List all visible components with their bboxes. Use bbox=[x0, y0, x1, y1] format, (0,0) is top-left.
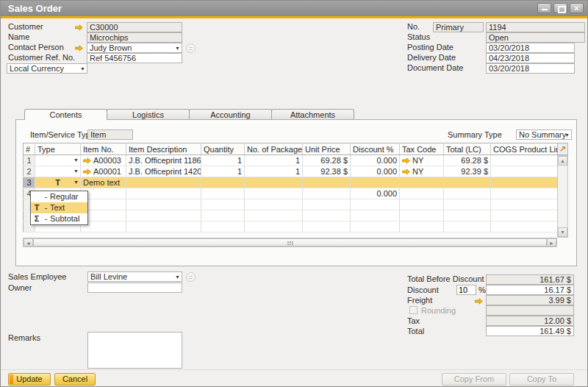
cell-tax-code[interactable] bbox=[400, 188, 444, 199]
delivery-date-field[interactable]: 04/23/2018 bbox=[486, 53, 575, 63]
cell-description[interactable]: J.B. Officeprint 1420 bbox=[126, 166, 201, 177]
link-arrow-icon[interactable] bbox=[83, 168, 91, 177]
document-date-field[interactable]: 03/20/2018 bbox=[486, 63, 575, 74]
link-arrow-icon[interactable] bbox=[475, 297, 483, 306]
link-arrow-icon[interactable] bbox=[402, 157, 410, 166]
cell-total[interactable] bbox=[444, 177, 491, 188]
remarks-textarea[interactable] bbox=[87, 332, 182, 369]
menu-item-text[interactable]: T - Text bbox=[31, 202, 87, 213]
scroll-up-button[interactable]: ▲ bbox=[558, 156, 567, 166]
cell-discount[interactable]: 0.000 bbox=[351, 155, 400, 166]
summary-type-label: Summary Type bbox=[448, 130, 502, 140]
row-number[interactable]: 1 bbox=[24, 155, 35, 166]
status-label: Status bbox=[407, 32, 430, 42]
discount-label: Discount bbox=[407, 285, 439, 295]
tab-accounting[interactable]: Accounting bbox=[189, 109, 272, 119]
cell-type[interactable]: ▼ bbox=[35, 155, 81, 166]
cell-packages[interactable] bbox=[245, 177, 303, 188]
freight-label: Freight bbox=[407, 296, 432, 305]
cancel-button[interactable]: Cancel bbox=[54, 373, 96, 386]
window-titlebar[interactable]: Sales Order × bbox=[1, 1, 587, 16]
window-controls: × bbox=[537, 3, 584, 13]
cell-item-no[interactable]: A00003 bbox=[81, 155, 126, 166]
scroll-down-button[interactable]: ▼ bbox=[558, 227, 567, 237]
cell-discount[interactable]: 0.000 bbox=[351, 166, 400, 177]
cell-quantity[interactable] bbox=[201, 188, 245, 199]
cell-discount[interactable] bbox=[351, 177, 400, 188]
owner-field[interactable] bbox=[87, 283, 182, 293]
col-header-packages: No. of Packages bbox=[245, 143, 303, 155]
horizontal-scrollbar[interactable]: ◄ ► bbox=[23, 238, 557, 247]
close-button[interactable]: × bbox=[570, 3, 584, 13]
summary-type-dropdown[interactable]: No Summary ▼ bbox=[516, 129, 572, 140]
minimize-button[interactable] bbox=[537, 3, 551, 13]
contact-person-dropdown[interactable]: Judy Brown ▼ bbox=[87, 43, 182, 53]
discount-percent-input[interactable] bbox=[456, 285, 476, 295]
cell-cogs[interactable] bbox=[491, 188, 558, 199]
scroll-right-button[interactable]: ► bbox=[547, 238, 556, 246]
vertical-scrollbar[interactable]: ▲ ▼ bbox=[557, 155, 568, 238]
sales-employee-dropdown[interactable]: Bill Levine ▼ bbox=[87, 271, 182, 282]
copy-from-button: Copy From bbox=[442, 373, 506, 386]
cell-cogs[interactable] bbox=[491, 155, 558, 166]
cell-empty bbox=[201, 210, 245, 221]
cell-description[interactable] bbox=[126, 177, 201, 188]
cell-tax-code[interactable]: NY bbox=[400, 155, 444, 166]
cell-description[interactable] bbox=[126, 188, 201, 199]
link-arrow-icon[interactable] bbox=[75, 44, 83, 53]
tab-attachments[interactable]: Attachments bbox=[271, 109, 354, 119]
total-field[interactable]: 161.49 $ bbox=[486, 326, 574, 336]
cell-tax-code[interactable]: NY bbox=[400, 166, 444, 177]
tab-logistics[interactable]: Logistics bbox=[107, 109, 190, 119]
link-arrow-icon[interactable] bbox=[75, 24, 83, 32]
rounding-checkbox bbox=[409, 306, 417, 314]
scrollbar-thumb[interactable] bbox=[33, 238, 547, 246]
tab-contents[interactable]: Contents bbox=[24, 109, 107, 120]
cell-quantity[interactable]: 1 bbox=[201, 155, 245, 166]
cell-text[interactable]: Demo text bbox=[81, 177, 126, 188]
rounding-field bbox=[486, 305, 574, 316]
row-number[interactable]: 3 bbox=[24, 177, 35, 188]
maximize-button[interactable] bbox=[553, 3, 567, 13]
link-arrow-icon[interactable] bbox=[402, 168, 410, 177]
discount-amount-field[interactable]: 16.17 $ bbox=[486, 285, 574, 295]
cell-unit-price[interactable] bbox=[303, 177, 351, 188]
cell-empty bbox=[351, 199, 400, 210]
posting-date-field[interactable]: 03/20/2018 bbox=[486, 43, 575, 53]
link-arrow-icon[interactable] bbox=[83, 157, 91, 166]
update-button[interactable]: Update bbox=[8, 373, 51, 386]
customer-ref-field[interactable]: Ref 5456756 bbox=[87, 53, 182, 63]
cell-description[interactable]: J.B. Officeprint 1186 bbox=[126, 155, 201, 166]
cell-discount[interactable]: 0.000 bbox=[351, 188, 400, 199]
cell-cogs[interactable] bbox=[491, 177, 558, 188]
menu-item-subtotal[interactable]: Σ - Subtotal bbox=[31, 213, 87, 224]
cell-cogs[interactable] bbox=[491, 166, 558, 177]
table-row: 4 0.000 bbox=[24, 188, 558, 199]
cell-unit-price[interactable]: 92.38 $ bbox=[303, 166, 351, 177]
cell-type[interactable]: T▼ bbox=[35, 177, 81, 188]
sales-employee-label: Sales Employee bbox=[8, 272, 67, 282]
menu-item-regular[interactable]: - Regular bbox=[31, 191, 87, 202]
minimize-icon bbox=[542, 9, 548, 10]
cell-item-no[interactable]: A00001 bbox=[81, 166, 126, 177]
cell-type[interactable]: ▼ bbox=[35, 166, 81, 177]
cell-total[interactable]: 92.39 $ bbox=[444, 166, 491, 177]
cell-quantity[interactable] bbox=[201, 177, 245, 188]
cell-packages[interactable] bbox=[245, 188, 303, 199]
cell-unit-price[interactable] bbox=[303, 188, 351, 199]
cell-unit-price[interactable]: 69.28 $ bbox=[303, 155, 351, 166]
expand-grid-button[interactable]: ↗ bbox=[557, 143, 568, 155]
cell-quantity[interactable]: 1 bbox=[201, 166, 245, 177]
expand-arrow-icon: ↗ bbox=[559, 144, 566, 153]
cell-tax-code[interactable] bbox=[400, 177, 444, 188]
cell-packages[interactable]: 1 bbox=[245, 166, 303, 177]
scroll-left-button[interactable]: ◄ bbox=[24, 238, 33, 246]
cell-packages[interactable]: 1 bbox=[245, 155, 303, 166]
currency-dropdown[interactable]: Local Currency ▼ bbox=[7, 63, 87, 74]
col-header-type: Type bbox=[35, 143, 81, 155]
row-number[interactable]: 2 bbox=[24, 166, 35, 177]
no-label: No. bbox=[407, 22, 420, 32]
cell-total[interactable] bbox=[444, 188, 491, 199]
percent-sign: % bbox=[478, 285, 486, 295]
cell-total[interactable]: 69.28 $ bbox=[444, 155, 491, 166]
